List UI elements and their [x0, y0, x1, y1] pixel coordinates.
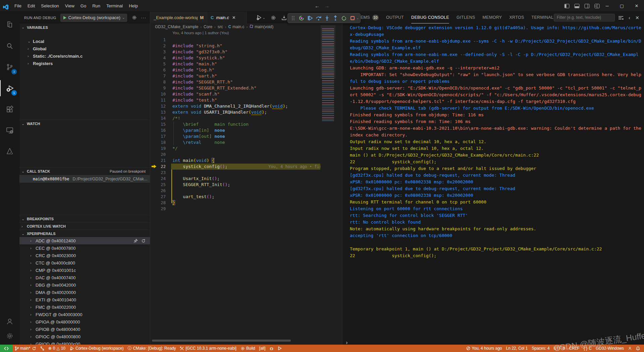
- breadcrumb-item[interactable]: src: [218, 24, 223, 29]
- code-line[interactable]: 1: [150, 37, 342, 43]
- toggle-sidebar-icon[interactable]: [564, 4, 570, 8]
- code-line[interactable]: 11#include "test.h": [150, 97, 342, 103]
- code-line[interactable]: 15 \brief main function: [150, 121, 342, 127]
- cmake-status-item[interactable]: ⓘ CMake: [Debug]: Ready: [125, 345, 178, 352]
- maximize-button[interactable]: ▢: [614, 0, 629, 12]
- code-line[interactable]: 3#include "gd32f3x0.h": [150, 49, 342, 55]
- peripheral-item[interactable]: ›DAC @ 0x40007400: [19, 274, 150, 281]
- panel-tab-xrtos[interactable]: XRTOS: [509, 12, 524, 23]
- settings-gear-icon[interactable]: [0, 328, 19, 344]
- reset-device-button[interactable]: [298, 14, 305, 22]
- code-line[interactable]: 21int main(void) {: [150, 158, 342, 164]
- step-out-button[interactable]: [332, 14, 339, 22]
- code-line[interactable]: 25 SEGGER_RTT_Init();: [150, 182, 342, 188]
- panel-tab-memory[interactable]: MEMORY: [483, 12, 502, 23]
- run-and-debug-icon[interactable]: 1: [0, 80, 19, 96]
- account-icon[interactable]: [0, 313, 19, 330]
- customize-layout-icon[interactable]: [594, 4, 600, 8]
- code-line[interactable]: 7#include "uart.h": [150, 73, 342, 79]
- variables-item[interactable]: ›Registers: [19, 60, 150, 67]
- remote-indicator[interactable]: [0, 345, 13, 352]
- menu-run[interactable]: Run: [89, 0, 103, 12]
- peripheral-item[interactable]: ›ADC @ 0x40012400: [19, 237, 150, 244]
- start-debug-icon[interactable]: [63, 16, 67, 20]
- code-line[interactable]: 5#include "main.h": [150, 61, 342, 67]
- code-line[interactable]: 29: [150, 206, 342, 212]
- menu-file[interactable]: File: [11, 0, 24, 12]
- code-line[interactable]: 2#include "string.h": [150, 43, 342, 49]
- notifications-bell-icon[interactable]: [634, 345, 642, 352]
- peripheral-item[interactable]: ›EXTI @ 0x40010400: [19, 296, 150, 303]
- git-graph-item[interactable]: [38, 345, 46, 352]
- stop-button[interactable]: [348, 14, 356, 22]
- code-line[interactable]: 20: [150, 152, 342, 158]
- launch-config-dropdown[interactable]: Cortex-Debug (workspace) ⌄: [60, 14, 127, 22]
- codelens-blame[interactable]: You, 4 hours ago | 1 author (You): [172, 31, 229, 35]
- extensions-icon[interactable]: [0, 102, 19, 118]
- breakpoints-section-header[interactable]: ⌄ BREAKPOINTS: [19, 215, 150, 223]
- remote-explorer-icon[interactable]: [0, 122, 19, 138]
- peripheral-item[interactable]: ›GPIOD @ 0x48000c00: [19, 340, 150, 345]
- code-line[interactable]: 28}: [150, 200, 342, 206]
- peripheral-item[interactable]: ›GPIOC @ 0x48000800: [19, 333, 150, 340]
- code-line[interactable]: 10#include "scanf.h": [150, 91, 342, 97]
- code-line[interactable]: 4#include "systick.h": [150, 55, 342, 61]
- continue-button[interactable]: [306, 14, 314, 22]
- tab-main-c[interactable]: C main.c ✕: [207, 12, 247, 23]
- code-line[interactable]: 14/*!: [150, 115, 342, 121]
- breadcrumb-item[interactable]: GD32_CMake_Example: [155, 24, 198, 29]
- gitlens-blame-item[interactable]: You, 4 hours ago: [464, 345, 504, 352]
- code-line[interactable]: 17 \param[out] none: [150, 133, 342, 139]
- cmake-kit-item[interactable]: [GCC 10.3.1 arm-none-eabi]: [178, 345, 238, 352]
- minimap[interactable]: [322, 28, 334, 122]
- breadcrumb-item[interactable]: Core: [204, 24, 212, 29]
- download-tray-icon[interactable]: [281, 15, 287, 20]
- code-line[interactable]: 18 \retval none: [150, 139, 342, 145]
- more-actions-icon[interactable]: ···: [141, 15, 146, 20]
- tab-workspace-file[interactable]: _Example.code-workspace M: [150, 12, 207, 23]
- panel-tab-gitlens[interactable]: GITLENS: [457, 12, 475, 23]
- variables-item[interactable]: ⌄Local: [19, 38, 150, 45]
- debug-bug-icon[interactable]: [267, 345, 276, 352]
- horizontal-scrollbar[interactable]: [152, 340, 291, 342]
- search-icon[interactable]: [0, 38, 19, 54]
- code-line[interactable]: 26: [150, 188, 342, 194]
- menu-go[interactable]: Go: [77, 0, 89, 12]
- xperipherals-section-header[interactable]: ⌄ XPERIPHERALS: [19, 230, 150, 237]
- cortex-live-watch-section-header[interactable]: › CORTEX LIVE WATCH: [19, 222, 150, 230]
- watch-section-header[interactable]: ⌄ WATCH: [19, 120, 150, 127]
- close-panel-icon[interactable]: ✕: [635, 15, 639, 20]
- step-over-button[interactable]: [315, 14, 322, 22]
- debug-settings-gear-icon[interactable]: [132, 15, 137, 20]
- toolbar-drag-handle[interactable]: [289, 14, 297, 22]
- call-stack-frame[interactable]: main@0x08001fbe D:/Project/GD32_Project/…: [19, 175, 150, 183]
- peripheral-item[interactable]: ›CTC @ 0x4000c800: [19, 259, 150, 267]
- source-control-icon[interactable]: 3: [0, 59, 19, 75]
- code-line[interactable]: You, 4 hours ago • first c22 systick_con…: [150, 164, 342, 170]
- breadcrumb-item[interactable]: main(void): [250, 24, 273, 29]
- restart-button[interactable]: [340, 14, 348, 22]
- build-target-item[interactable]: [all]: [257, 345, 268, 352]
- feedback-person-icon[interactable]: [626, 345, 634, 352]
- variables-item[interactable]: ›Static: ./Core/src/main.c: [19, 52, 150, 60]
- code-line[interactable]: 23: [150, 170, 342, 176]
- panel-tab-terminal[interactable]: TERMINAL: [532, 12, 554, 23]
- code-line[interactable]: 9#include "SEGGER_RTT_Extended.h": [150, 85, 342, 91]
- toggle-panel-icon[interactable]: [574, 4, 580, 8]
- code-line[interactable]: 16 \param[in] none: [150, 127, 342, 133]
- variables-section-header[interactable]: ⌄ VARIABLES: [19, 23, 150, 31]
- peripheral-item[interactable]: ›CEC @ 0x40007800: [19, 244, 150, 252]
- variables-item[interactable]: ›Global: [19, 45, 150, 52]
- toggle-secondary-sidebar-icon[interactable]: [584, 4, 590, 8]
- console-filter-input[interactable]: Filter (e.g. text, !exclude): [554, 14, 615, 21]
- debug-session-item[interactable]: Cortex-Debug (workspace): [67, 345, 125, 352]
- peripheral-item[interactable]: ›CMP @ 0x4001001c: [19, 267, 150, 274]
- nav-back-icon[interactable]: ←: [315, 3, 320, 9]
- peripheral-item[interactable]: ›FMC @ 0x40022000: [19, 303, 150, 311]
- peripheral-item[interactable]: ›DBG @ 0xe0042000: [19, 281, 150, 289]
- peripheral-item[interactable]: ›CRC @ 0x40023000: [19, 252, 150, 259]
- nav-forward-icon[interactable]: →: [324, 3, 329, 9]
- code-line[interactable]: 24 Usartx_Init();: [150, 176, 342, 182]
- cmake-build-item[interactable]: Build: [238, 345, 257, 352]
- stop-options-chevron-icon[interactable]: ⌄: [357, 16, 359, 20]
